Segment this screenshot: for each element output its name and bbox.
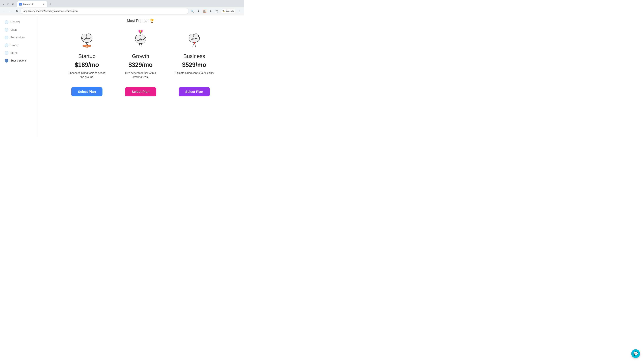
svg-point-17 (140, 35, 145, 40)
svg-point-22 (194, 34, 198, 39)
most-popular-badge: Most Popular 🏆 (44, 18, 238, 23)
incognito-label: Incognito (226, 10, 234, 12)
svg-line-25 (193, 44, 194, 47)
page-content: General Users Permissions Teams Billing … (0, 15, 244, 137)
svg-line-19 (142, 43, 142, 46)
sidebar-item-teams[interactable]: Teams (3, 42, 34, 49)
growth-plan-description: Hire better together with a growing team (120, 71, 161, 83)
svg-line-3 (86, 42, 87, 45)
business-plan-card: Business $529/mo Ultimate hiring control… (171, 26, 218, 100)
back-button[interactable]: ← (2, 8, 8, 14)
svg-point-7 (86, 46, 88, 48)
startup-plan-card: Startup $189/mo Enhanced hiring tools to… (64, 26, 110, 100)
svg-line-26 (195, 44, 196, 47)
search-icon-button[interactable]: 🔍 (190, 8, 195, 14)
sidebar-item-subscriptions[interactable]: Subscriptions (3, 57, 34, 64)
growth-plan-card: Growth $329/mo Hire better together with… (117, 26, 164, 100)
startup-plan-description: Enhanced hiring tools to get off the gro… (67, 71, 107, 83)
browser-chrome: – □ ✕ B Breezy HR ✕ + ← → ↻ 🔍 ★ 🪟 ⇓ ◫ 🕵 … (0, 0, 244, 15)
splitscreen-button[interactable]: ◫ (214, 8, 219, 14)
business-plan-description: Ultimate hiring control & flexibility (174, 71, 214, 83)
download-button[interactable]: ⇓ (208, 8, 213, 14)
svg-line-4 (87, 42, 88, 45)
tab-close-button[interactable]: ✕ (42, 3, 45, 6)
maximize-button[interactable]: □ (6, 2, 10, 6)
sidebar: General Users Permissions Teams Billing … (0, 15, 37, 137)
bookmark-button[interactable]: ★ (196, 8, 201, 14)
forward-button[interactable]: → (8, 8, 14, 14)
incognito-badge: 🕵 Incognito (221, 9, 236, 13)
tab-bar: – □ ✕ B Breezy HR ✕ + (0, 0, 244, 7)
sidebar-label-billing: Billing (10, 51, 18, 54)
incognito-icon: 🕵 (222, 10, 225, 12)
tab-nav-buttons: – □ ✕ (1, 2, 15, 6)
growth-plan-price: $329/mo (128, 61, 152, 68)
teams-icon (5, 43, 8, 47)
plans-grid: Startup $189/mo Enhanced hiring tools to… (44, 26, 238, 100)
sidebar-item-users[interactable]: Users (3, 26, 34, 33)
svg-point-2 (86, 34, 91, 39)
new-tab-button[interactable]: + (48, 2, 53, 6)
sidebar-item-permissions[interactable]: Permissions (3, 34, 34, 41)
startup-plan-price: $189/mo (75, 61, 99, 68)
sidebar-label-users: Users (10, 28, 18, 31)
svg-point-14 (140, 30, 141, 32)
startup-illustration (77, 30, 97, 50)
users-icon (5, 28, 8, 32)
minimize-button[interactable]: – (1, 2, 6, 6)
sidebar-label-subscriptions: Subscriptions (10, 59, 26, 62)
growth-illustration (130, 30, 150, 50)
close-window-button[interactable]: ✕ (11, 2, 15, 6)
sidebar-label-permissions: Permissions (10, 36, 25, 39)
business-illustration (184, 30, 204, 50)
permissions-icon (5, 36, 8, 39)
most-popular-text: Most Popular 🏆 (127, 18, 154, 23)
sidebar-label-teams: Teams (10, 44, 18, 47)
address-bar[interactable] (21, 8, 188, 14)
business-plan-name: Business (183, 53, 205, 59)
sidebar-item-general[interactable]: General (3, 18, 34, 26)
main-content: Most Popular 🏆 (37, 15, 244, 137)
sidebar-label-general: General (10, 21, 20, 24)
menu-button[interactable]: ⋮ (237, 8, 242, 14)
subscriptions-icon (5, 59, 8, 62)
browser-nav: ← → ↻ (2, 8, 20, 14)
growth-plan-name: Growth (132, 53, 149, 59)
growth-select-plan-button[interactable]: Select Plan (125, 87, 156, 96)
extensions-button[interactable]: 🪟 (202, 8, 207, 14)
business-select-plan-button[interactable]: Select Plan (178, 87, 210, 96)
address-bar-row: ← → ↻ 🔍 ★ 🪟 ⇓ ◫ 🕵 Incognito ⋮ (0, 7, 244, 15)
startup-select-plan-button[interactable]: Select Plan (71, 87, 103, 96)
business-plan-price: $529/mo (182, 61, 206, 68)
svg-line-18 (139, 43, 140, 46)
sidebar-item-billing[interactable]: Billing (3, 49, 34, 56)
tab-title: Breezy HR (23, 3, 41, 5)
browser-tab[interactable]: B Breezy HR ✕ (17, 1, 47, 7)
billing-icon (5, 51, 8, 55)
toolbar-icons: 🔍 ★ 🪟 ⇓ ◫ (190, 8, 219, 14)
tab-favicon: B (19, 3, 22, 5)
general-icon (5, 20, 8, 24)
startup-plan-name: Startup (78, 53, 96, 59)
reload-button[interactable]: ↻ (14, 8, 20, 14)
